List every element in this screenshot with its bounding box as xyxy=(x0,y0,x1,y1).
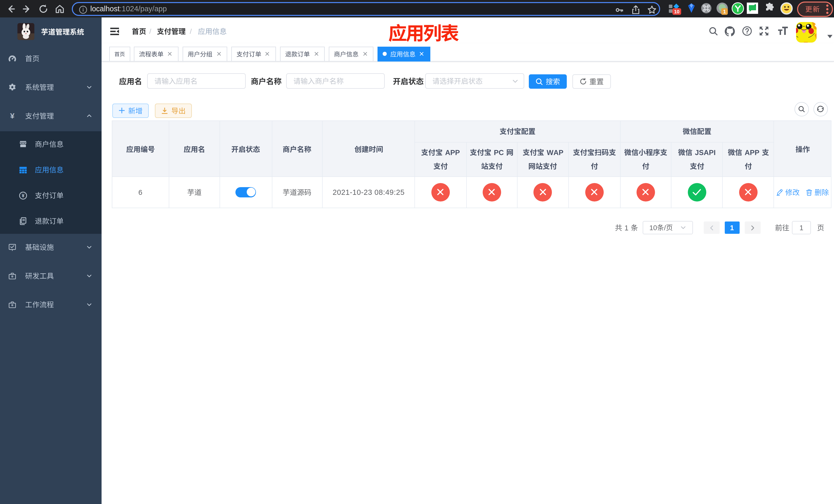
svg-text:¥: ¥ xyxy=(22,192,25,198)
svg-text:¥: ¥ xyxy=(10,111,15,120)
